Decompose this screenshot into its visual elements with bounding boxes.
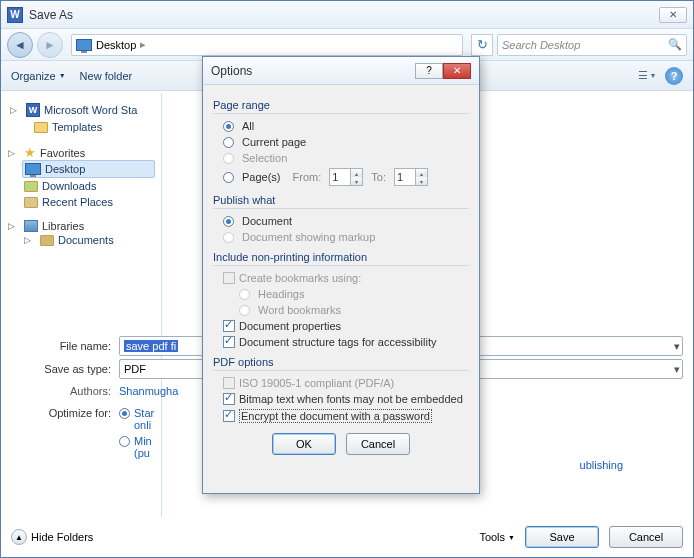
tree-templates[interactable]: Templates — [8, 119, 155, 135]
saveastype-label: Save as type: — [11, 363, 119, 375]
checkbox-icon — [223, 272, 235, 284]
tools-menu[interactable]: Tools▼ — [479, 531, 515, 543]
expand-icon[interactable]: ▷ — [8, 148, 20, 158]
radio-icon — [223, 216, 234, 227]
radio-icon — [223, 137, 234, 148]
ok-button[interactable]: OK — [272, 433, 336, 455]
cancel-button[interactable]: Cancel — [609, 526, 683, 548]
desktop-icon — [25, 163, 41, 175]
include-nonprint-group: Include non-printing information — [213, 251, 469, 266]
to-spinner[interactable]: 1▴▾ — [394, 168, 428, 186]
search-icon: 🔍 — [668, 38, 682, 51]
dialog-close-button[interactable]: ✕ — [443, 63, 471, 79]
pdf-options-group: PDF options — [213, 356, 469, 371]
from-spinner[interactable]: 1▴▾ — [329, 168, 363, 186]
authors-label: Authors: — [11, 385, 119, 397]
dialog-cancel-button[interactable]: Cancel — [346, 433, 410, 455]
publish-what-group: Publish what — [213, 194, 469, 209]
optimize-min-radio[interactable]: Min — [119, 435, 154, 447]
radio-current-page[interactable]: Current page — [213, 134, 469, 150]
tree-favorites[interactable]: ▷ ★ Favorites — [8, 145, 155, 160]
word-icon: W — [7, 7, 23, 23]
search-placeholder: Search Desktop — [502, 39, 580, 51]
publishing-tail: ublishing — [580, 459, 623, 471]
recent-icon — [24, 197, 38, 208]
options-dialog: Options ? ✕ Page range All Current page … — [202, 56, 480, 494]
check-create-bookmarks: Create bookmarks using: — [213, 270, 469, 286]
dialog-title: Options — [211, 64, 252, 78]
radio-icon — [223, 121, 234, 132]
breadcrumb[interactable]: Desktop ▸ — [71, 34, 463, 56]
chevron-up-icon: ▲ — [11, 529, 27, 545]
dropdown-icon[interactable]: ▾ — [674, 363, 680, 376]
page-range-group: Page range — [213, 99, 469, 114]
from-label: From: — [293, 171, 322, 183]
desktop-icon — [76, 39, 92, 51]
tree-recent[interactable]: Recent Places — [8, 194, 155, 210]
authors-value[interactable]: Shanmugha — [119, 385, 178, 397]
title-bar: W Save As ✕ — [1, 1, 693, 29]
help-button[interactable]: ? — [665, 67, 683, 85]
word-icon: W — [26, 103, 40, 117]
libraries-icon — [24, 220, 38, 232]
close-button[interactable]: ✕ — [659, 7, 687, 23]
checkbox-icon — [223, 336, 235, 348]
check-encrypt[interactable]: Encrypt the document with a password — [213, 407, 469, 425]
check-bitmap[interactable]: Bitmap text when fonts may not be embedd… — [213, 391, 469, 407]
checkbox-icon — [223, 410, 235, 422]
tree-desktop[interactable]: Desktop — [22, 160, 155, 178]
optimize-label: Optimize for: — [11, 407, 119, 419]
expand-icon[interactable]: ▷ — [24, 235, 36, 245]
radio-pages[interactable]: Page(s) From: 1▴▾ To: 1▴▾ — [213, 166, 469, 188]
save-button[interactable]: Save — [525, 526, 599, 548]
radio-word-bookmarks: Word bookmarks — [213, 302, 469, 318]
star-icon: ★ — [24, 145, 36, 160]
tree-libraries[interactable]: ▷ Libraries — [8, 220, 155, 232]
check-iso: ISO 19005-1 compliant (PDF/A) — [213, 375, 469, 391]
tree-word-station[interactable]: ▷ W Microsoft Word Sta — [8, 101, 155, 119]
crumb-text: Desktop — [96, 39, 136, 51]
filename-label: File name: — [11, 340, 119, 352]
radio-doc-markup: Document showing markup — [213, 229, 469, 245]
dropdown-icon[interactable]: ▾ — [674, 340, 680, 353]
folder-icon — [34, 122, 48, 133]
radio-icon — [119, 436, 130, 447]
tree-documents[interactable]: ▷ Documents — [8, 232, 155, 248]
dialog-body: Page range All Current page Selection Pa… — [203, 85, 479, 463]
hide-folders-button[interactable]: ▲ Hide Folders — [11, 529, 93, 545]
checkbox-icon — [223, 377, 235, 389]
radio-all[interactable]: All — [213, 118, 469, 134]
expand-icon[interactable]: ▷ — [8, 221, 20, 231]
dialog-title-bar: Options ? ✕ — [203, 57, 479, 85]
radio-icon — [119, 408, 130, 419]
view-menu[interactable]: ☰▼ — [635, 66, 659, 86]
crumb-chevron-icon[interactable]: ▸ — [140, 38, 146, 51]
back-button[interactable]: ◄ — [7, 32, 33, 58]
radio-icon — [239, 289, 250, 300]
checkbox-icon — [223, 393, 235, 405]
radio-icon — [223, 153, 234, 164]
bottom-bar: ▲ Hide Folders Tools▼ Save Cancel — [11, 523, 683, 551]
tree-downloads[interactable]: Downloads — [8, 178, 155, 194]
to-label: To: — [371, 171, 386, 183]
downloads-icon — [24, 181, 38, 192]
radio-document[interactable]: Document — [213, 213, 469, 229]
radio-selection: Selection — [213, 150, 469, 166]
window-title: Save As — [29, 8, 73, 22]
documents-icon — [40, 235, 54, 246]
refresh-button[interactable]: ↻ — [471, 34, 493, 56]
optimize-standard-radio[interactable]: Star — [119, 407, 154, 419]
radio-icon — [223, 172, 234, 183]
dialog-help-button[interactable]: ? — [415, 63, 443, 79]
radio-headings: Headings — [213, 286, 469, 302]
checkbox-icon — [223, 320, 235, 332]
organize-menu[interactable]: Organize▼ — [11, 70, 66, 82]
check-doc-properties[interactable]: Document properties — [213, 318, 469, 334]
check-doc-structure[interactable]: Document structure tags for accessibilit… — [213, 334, 469, 350]
search-input[interactable]: Search Desktop 🔍 — [497, 34, 687, 56]
radio-icon — [223, 232, 234, 243]
forward-button[interactable]: ► — [37, 32, 63, 58]
radio-icon — [239, 305, 250, 316]
new-folder-button[interactable]: New folder — [80, 70, 133, 82]
expand-icon[interactable]: ▷ — [10, 105, 22, 115]
